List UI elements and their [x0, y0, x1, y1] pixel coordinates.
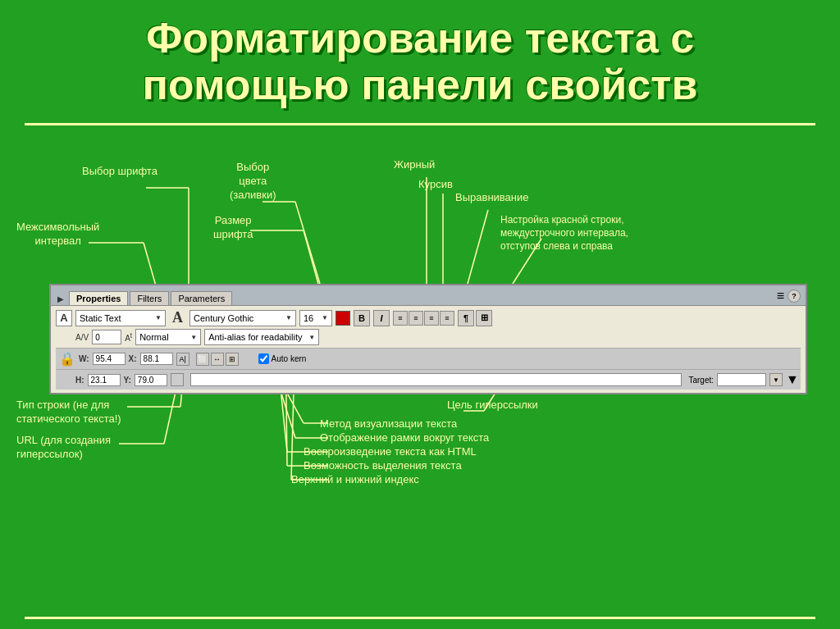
bottom-divider [25, 617, 815, 619]
tool-btn-1[interactable]: ⬜ [196, 353, 209, 366]
title-line1: Форматирование текста с [146, 14, 694, 62]
properties-panel: ▶ Properties Filters Parameters ≡ ? A St… [49, 284, 807, 394]
italic-label: Курсив [418, 178, 453, 190]
annotation-font-select: Выбор шрифта [82, 165, 158, 179]
align-justify-button[interactable]: ≡ [440, 311, 454, 326]
title-line2: помощью панели свойств [142, 61, 697, 108]
annotation-bold: Жирный [394, 158, 435, 172]
tab-filters[interactable]: Filters [130, 291, 169, 305]
annotation-url: URL (для созданиягиперссылок) [16, 434, 111, 462]
target-dropdown-btn[interactable]: ▼ [769, 373, 783, 386]
panel-row-1: A Static Text ▼ A Century Gothic ▼ 16 ▼ … [56, 309, 801, 326]
antialias-arrow: ▼ [308, 334, 315, 341]
align-right-button[interactable]: ≡ [424, 311, 439, 326]
html-label: Воспроизведение текста как HTML [304, 445, 477, 458]
title-area: Форматирование текста с помощью панели с… [0, 0, 840, 116]
annotation-render: Метод визуализации текста [320, 417, 457, 431]
svg-line-6 [468, 210, 488, 284]
h-input[interactable] [88, 374, 121, 386]
svg-line-3 [295, 202, 320, 284]
annotation-line-type: Тип строки (не длястатического текста!) [16, 399, 121, 426]
reset-btn[interactable]: A| [176, 353, 189, 366]
lock-icon: 🔒 [59, 351, 75, 367]
h-label: H: [75, 376, 84, 385]
bold-button[interactable]: B [354, 310, 370, 326]
top-divider [25, 123, 815, 125]
font-size-value: 16 [304, 313, 313, 323]
antialias-value: Anti-alias for readability [208, 332, 302, 342]
help-icon[interactable]: ? [788, 289, 801, 303]
panel-arrow[interactable]: ▶ [54, 293, 67, 305]
x-input[interactable] [140, 353, 173, 365]
italic-button[interactable]: I [373, 310, 390, 326]
row4: H: Y: Target: ▼ ▼ [56, 369, 801, 390]
color-swatch[interactable] [336, 311, 350, 326]
type-dropdown[interactable]: Static Text ▼ [75, 310, 166, 326]
tool-btn-3[interactable]: ⊞ [226, 353, 239, 366]
target-input[interactable] [717, 373, 766, 386]
tab-parameters[interactable]: Parameters [171, 291, 232, 305]
type-dropdown-value: Static Text [80, 313, 121, 323]
y-input[interactable] [135, 374, 167, 386]
av-label: A/V [75, 333, 89, 342]
panel-body: A Static Text ▼ A Century Gothic ▼ 16 ▼ … [51, 306, 806, 393]
font-letter: A [172, 309, 183, 326]
normal-dropdown[interactable]: Normal ▼ [135, 329, 201, 345]
title-text: Форматирование текста с помощью панели с… [25, 15, 815, 108]
url-input-field[interactable] [190, 373, 682, 386]
font-select-label: Выбор шрифта [82, 165, 158, 177]
font-name-value: Century Gothic [194, 313, 253, 323]
auto-kern-label: Auto kern [272, 354, 307, 363]
line-type-label: Тип строки (не длястатического текста!) [16, 399, 121, 425]
indent-btn[interactable]: ⊞ [476, 310, 492, 326]
svg-line-11 [304, 230, 318, 284]
paragraph-btn[interactable]: ¶ [458, 310, 474, 326]
w-label: W: [79, 354, 89, 363]
align-buttons: ≡ ≡ ≡ ≡ [393, 311, 454, 326]
antialias-dropdown[interactable]: Anti-alias for readability ▼ [204, 329, 319, 345]
annotation-indent: Настройка красной строки,междустрочного … [500, 214, 628, 253]
annotation-char-interval: Межсимвольныйинтервал [16, 221, 99, 248]
annotation-frame: Отображение рамки вокруг текста [320, 431, 489, 445]
type-icon-letter: A [60, 312, 67, 324]
annotation-hyperlink-target: Цель гиперссылки [447, 399, 538, 412]
scroll-arrow[interactable]: ▼ [786, 372, 797, 387]
at-label: At [125, 331, 132, 343]
type-dropdown-arrow: ▼ [155, 314, 162, 321]
align-center-button[interactable]: ≡ [409, 311, 423, 326]
font-size-label: Размершрифта [213, 214, 253, 240]
font-size-dropdown[interactable]: 16 ▼ [299, 310, 332, 326]
dimensions-row: 🔒 W: X: A| ⬜ ↔ ⊞ Auto kern [56, 348, 801, 369]
tool-icons: ⬜ ↔ ⊞ [196, 353, 239, 366]
annotation-font-size: Размершрифта [213, 214, 253, 242]
font-size-arrow: ▼ [322, 314, 328, 321]
annotation-html: Воспроизведение текста как HTML [304, 445, 477, 459]
annotation-italic: Курсив [418, 178, 453, 192]
kerning-value: 0 [95, 333, 100, 342]
char-interval-label: Межсимвольныйинтервал [16, 221, 99, 247]
selection-label: Возможность выделения текста [304, 459, 462, 472]
normal-arrow: ▼ [190, 334, 197, 341]
collapse-icon[interactable]: ≡ [777, 289, 784, 303]
auto-kern-checkbox[interactable] [258, 353, 269, 364]
w-input[interactable] [93, 353, 126, 365]
type-icon: A [56, 310, 72, 326]
tab-properties[interactable]: Properties [69, 291, 128, 305]
color-select-label: Выборцвета(заливки) [230, 161, 276, 201]
indent-label: Настройка красной строки,междустрочного … [500, 214, 628, 251]
url-label: URL (для созданиягиперссылок) [16, 434, 111, 460]
panel-tabs: ▶ Properties Filters Parameters ≡ ? [51, 285, 806, 306]
annotation-align: Выравнивание [455, 191, 528, 205]
align-left-button[interactable]: ≡ [393, 311, 408, 326]
tool-btn-2[interactable]: ↔ [211, 353, 224, 366]
font-name-dropdown[interactable]: Century Gothic ▼ [189, 310, 296, 326]
x-label: X: [129, 354, 137, 363]
paragraph-icons: ¶ ⊞ [458, 310, 492, 326]
kerning-field[interactable]: 0 [92, 330, 121, 344]
reset-btn-2[interactable] [171, 373, 184, 386]
content-area: Выбор шрифта Выборцвета(заливки) Жирный … [0, 132, 840, 616]
annotation-selection: Возможность выделения текста [304, 459, 462, 473]
hyperlink-target-label: Цель гиперссылки [447, 399, 538, 411]
y-label: Y: [124, 376, 131, 385]
font-name-arrow: ▼ [285, 314, 292, 321]
